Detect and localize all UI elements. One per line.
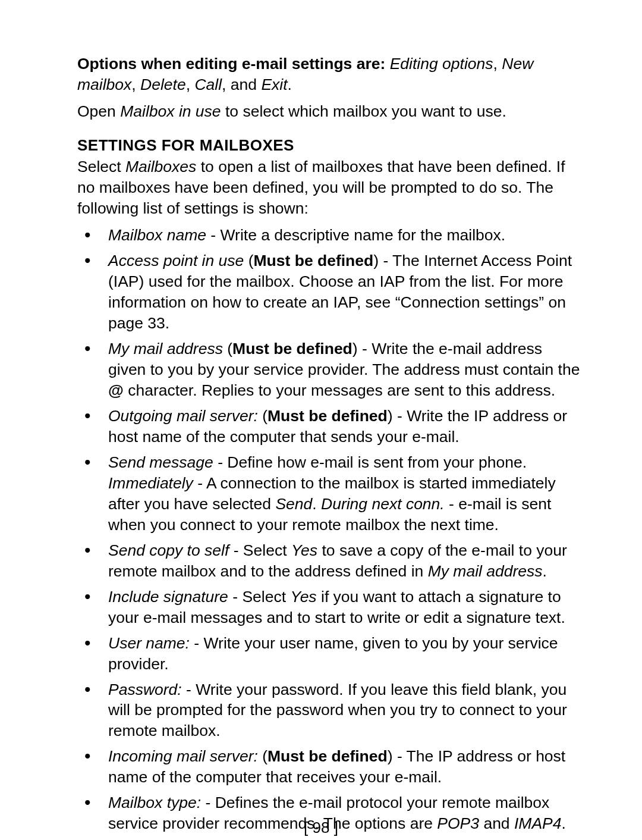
must-be-defined: Must be defined	[268, 407, 388, 425]
term-mailbox-type: Mailbox type:	[108, 794, 201, 811]
mailbox-in-use: Mailbox in use	[120, 102, 221, 120]
term-send-copy: Send copy to self	[108, 541, 229, 559]
at-symbol: @	[108, 381, 124, 399]
term-password: Password:	[108, 681, 182, 698]
term-outgoing-server: Outgoing mail server:	[108, 407, 258, 425]
list-item-mailbox-name: Mailbox name - Write a descriptive name …	[77, 225, 583, 246]
term-send-message: Send message	[108, 453, 213, 471]
value-immediately: Immediately	[108, 474, 193, 492]
term-username: User name:	[108, 634, 190, 652]
option-exit: Exit	[261, 76, 287, 93]
options-label: Options when editing e-mail settings are…	[77, 55, 385, 73]
option-call: Call	[194, 76, 222, 93]
option-delete: Delete	[140, 76, 186, 93]
options-paragraph: Options when editing e-mail settings are…	[77, 54, 583, 95]
term-my-mail-address: My mail address	[108, 340, 223, 358]
page-number: [ 98 ]	[0, 817, 642, 838]
list-item-signature: Include signature - Select Yes if you wa…	[77, 587, 583, 628]
list-item-password: Password: - Write your password. If you …	[77, 679, 583, 742]
must-be-defined: Must be defined	[232, 340, 353, 358]
term-include-signature: Include signature	[108, 588, 228, 606]
list-item-send-message: Send message - Define how e-mail is sent…	[77, 452, 583, 535]
list-item-my-mail: My mail address (Must be defined) - Writ…	[77, 338, 583, 401]
value-yes: Yes	[290, 588, 316, 606]
list-item-username: User name: - Write your user name, given…	[77, 633, 583, 675]
value-during-next-conn: During next conn.	[321, 495, 445, 513]
list-item-send-copy: Send copy to self - Select Yes to save a…	[77, 540, 583, 582]
select-mailboxes-paragraph: Select Mailboxes to open a list of mailb…	[77, 156, 583, 219]
must-be-defined: Must be defined	[254, 252, 374, 269]
ref-my-mail-address: My mail address	[428, 562, 543, 580]
list-item-access-point: Access point in use (Must be defined) - …	[77, 250, 583, 334]
option-editing: Editing options	[390, 55, 493, 73]
document-page: Options when editing e-mail settings are…	[0, 0, 642, 840]
list-item-outgoing: Outgoing mail server: (Must be defined) …	[77, 406, 583, 447]
settings-list: Mailbox name - Write a descriptive name …	[77, 225, 583, 834]
term-mailbox-name: Mailbox name	[108, 226, 206, 244]
section-heading-settings: SETTINGS FOR MAILBOXES	[77, 135, 583, 155]
value-yes: Yes	[291, 541, 317, 559]
mailboxes-term: Mailboxes	[125, 158, 196, 175]
list-item-incoming: Incoming mail server: (Must be defined) …	[77, 746, 583, 788]
and-text: , and	[222, 76, 261, 93]
term-incoming-server: Incoming mail server:	[108, 747, 258, 765]
open-mailbox-paragraph: Open Mailbox in use to select which mail…	[77, 101, 583, 122]
term-access-point: Access point in use	[108, 252, 244, 269]
value-send: Send	[275, 495, 312, 513]
must-be-defined: Must be defined	[268, 747, 388, 765]
